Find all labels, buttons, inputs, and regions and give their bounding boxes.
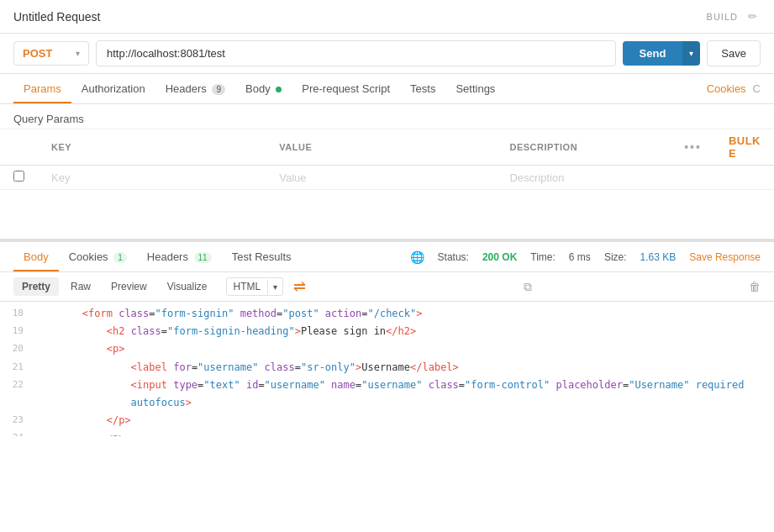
copy-button[interactable]: ⧉: [524, 280, 532, 294]
more-options-icon[interactable]: •••: [684, 140, 702, 154]
params-table-header: KEY VALUE DESCRIPTION ••• Bulk E: [0, 129, 774, 166]
row-value-cell[interactable]: Value: [266, 166, 496, 190]
tab-authorization[interactable]: Authorization: [71, 74, 155, 103]
format-visualize-button[interactable]: Visualize: [159, 277, 216, 296]
row-key-cell[interactable]: Key: [38, 166, 266, 190]
send-dropdown-button[interactable]: ▾: [682, 41, 700, 66]
response-section: Body Cookies 1 Headers 11 Test Results 🌐…: [0, 240, 774, 436]
resp-tab-headers[interactable]: Headers 11: [137, 242, 222, 271]
tab-tests[interactable]: Tests: [400, 74, 445, 103]
tab-settings[interactable]: Settings: [445, 74, 505, 103]
tab-params[interactable]: Params: [13, 74, 71, 103]
line-content: <p>: [34, 430, 774, 436]
wrap-lines-button[interactable]: ⇌: [293, 277, 306, 296]
line-number: 18: [0, 306, 34, 321]
line-content: <input type="text" id="username" name="u…: [34, 377, 774, 393]
cookies-badge: 1: [113, 252, 127, 263]
method-selector[interactable]: POST ▾: [13, 41, 89, 66]
th-description: DESCRIPTION: [496, 129, 671, 166]
resp-headers-badge: 11: [194, 252, 212, 263]
tabs-right-actions: Cookies C: [707, 82, 761, 95]
status-value: 200 OK: [482, 251, 517, 263]
clear-button[interactable]: 🗑: [749, 280, 761, 293]
code-line: 21 <label for="username" class="sr-only"…: [0, 359, 774, 377]
format-raw-button[interactable]: Raw: [62, 277, 99, 296]
size-value: 1.63 KB: [640, 251, 677, 263]
tab-body[interactable]: Body: [235, 74, 292, 103]
globe-icon: 🌐: [410, 250, 424, 264]
size-label: Size:: [604, 251, 627, 263]
line-number: 24: [0, 430, 34, 436]
language-chevron-icon[interactable]: ▾: [267, 280, 282, 294]
build-label: BUILD: [707, 12, 738, 22]
time-value: 6 ms: [569, 251, 591, 263]
resp-tab-cookies[interactable]: Cookies 1: [59, 242, 137, 271]
response-status-bar: 🌐 Status: 200 OK Time: 6 ms Size: 1.63 K…: [410, 250, 761, 264]
tab-headers[interactable]: Headers 9: [155, 74, 235, 103]
tab-pre-request[interactable]: Pre-request Script: [292, 74, 400, 103]
th-actions: •••: [671, 129, 715, 166]
th-check: [0, 129, 38, 166]
row-bulk-cell: [715, 166, 774, 190]
edit-icon: ✏: [748, 10, 757, 23]
line-number: 22: [0, 377, 34, 392]
headers-badge: 9: [212, 84, 225, 95]
format-preview-button[interactable]: Preview: [103, 277, 155, 296]
row-description-cell[interactable]: Description: [496, 166, 671, 190]
url-bar: POST ▾ Send ▾ Save: [0, 34, 774, 74]
code-line: 18 <form class="form-signin" method="pos…: [0, 305, 774, 323]
edit-icon-button[interactable]: ✏: [745, 7, 761, 26]
row-checkbox-cell[interactable]: [0, 166, 38, 190]
line-content: </p>: [34, 413, 774, 429]
resp-tab-test-results[interactable]: Test Results: [222, 242, 302, 271]
save-button[interactable]: Save: [707, 40, 761, 66]
line-number: 19: [0, 324, 34, 339]
status-label: Status:: [438, 251, 469, 263]
c-separator: C: [753, 82, 761, 95]
time-label: Time:: [530, 251, 555, 263]
code-line: 20 <p>: [0, 340, 774, 358]
line-content: autofocus>: [34, 395, 774, 411]
line-content: <p>: [34, 341, 774, 357]
send-button-group: Send ▾: [623, 41, 701, 66]
query-params-label: Query Params: [0, 104, 774, 129]
response-format-bar: Pretty Raw Preview Visualize HTML ▾ ⇌ ⧉ …: [0, 272, 774, 302]
send-button[interactable]: Send: [623, 41, 683, 66]
url-input[interactable]: [96, 40, 616, 66]
language-label: HTML: [227, 278, 268, 295]
params-table: KEY VALUE DESCRIPTION ••• Bulk E Key: [0, 129, 774, 190]
method-label: POST: [23, 47, 52, 60]
table-row: Key Value Description: [0, 166, 774, 190]
format-pretty-button[interactable]: Pretty: [13, 277, 59, 296]
request-body-spacer: [0, 190, 774, 240]
code-lines-container: 18 <form class="form-signin" method="pos…: [0, 305, 774, 436]
line-number: 23: [0, 413, 34, 428]
line-content: <label for="username" class="sr-only">Us…: [34, 360, 774, 376]
code-line: 19 <h2 class="form-signin-heading">Pleas…: [0, 323, 774, 340]
th-bulk-edit[interactable]: Bulk E: [715, 129, 774, 166]
save-response-link[interactable]: Save Response: [689, 251, 761, 263]
row-checkbox[interactable]: [13, 171, 24, 182]
line-number: 20: [0, 341, 34, 356]
code-line: autofocus>: [0, 394, 774, 412]
code-line: 23 </p>: [0, 412, 774, 429]
th-value: VALUE: [266, 129, 496, 166]
row-actions-cell: [671, 166, 715, 190]
response-tabs-bar: Body Cookies 1 Headers 11 Test Results 🌐…: [0, 242, 774, 272]
line-content: <h2 class="form-signin-heading">Please s…: [34, 324, 774, 340]
line-number: 21: [0, 360, 34, 375]
th-key: KEY: [38, 129, 266, 166]
resp-tab-body[interactable]: Body: [13, 242, 59, 271]
request-title: Untitled Request: [13, 10, 707, 24]
request-tabs-bar: Params Authorization Headers 9 Body Pre-…: [0, 74, 774, 104]
code-view: 18 <form class="form-signin" method="pos…: [0, 302, 774, 436]
body-dot-indicator: [276, 87, 282, 92]
line-content: <form class="form-signin" method="post" …: [34, 306, 774, 322]
chevron-down-icon: ▾: [76, 49, 80, 58]
code-line: 24 <p>: [0, 429, 774, 436]
top-bar: Untitled Request BUILD ✏: [0, 0, 774, 34]
language-selector[interactable]: HTML ▾: [226, 277, 284, 296]
cookies-link[interactable]: Cookies: [707, 82, 746, 95]
code-line: 22 <input type="text" id="username" name…: [0, 377, 774, 394]
